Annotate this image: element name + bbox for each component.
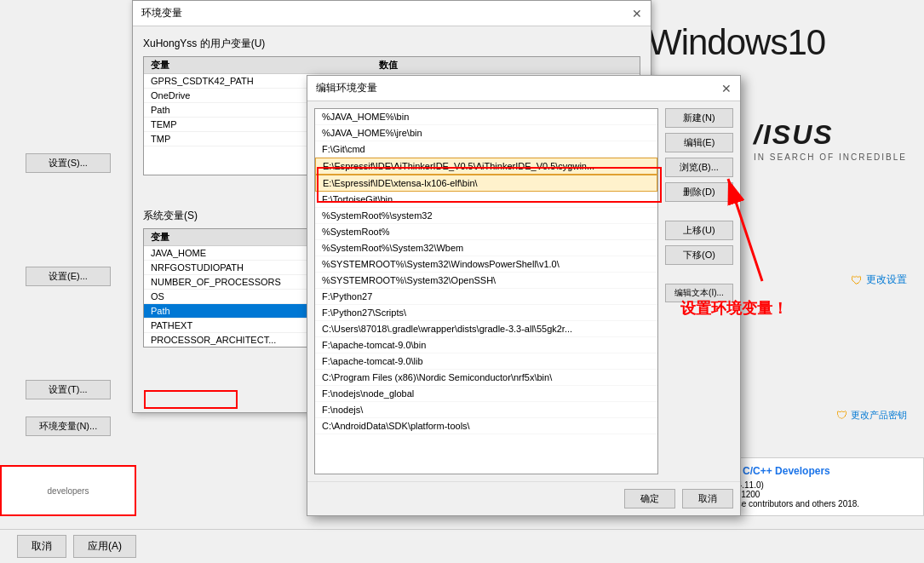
edit-env-dialog: 编辑环境变量 ✕ %JAVA_HOME%\bin%JAVA_HOME%\jre\… xyxy=(307,75,741,516)
path-list-item[interactable]: E:\Espressif\IDE\AiThinkerIDE_V0.5\AiThi… xyxy=(315,158,657,175)
developers-label: developers xyxy=(48,486,89,496)
env-dialog-titlebar: 环境变量 ✕ xyxy=(133,1,651,26)
edit-env-content: %JAVA_HOME%\bin%JAVA_HOME%\jre\binF:\Git… xyxy=(307,101,740,481)
path-list-container[interactable]: %JAVA_HOME%\bin%JAVA_HOME%\jre\binF:\Git… xyxy=(314,108,658,474)
path-list-item[interactable]: %SYSTEMROOT%\System32\OpenSSH\ xyxy=(315,273,657,289)
path-list-item[interactable]: %SystemRoot%\System32\Wbem xyxy=(315,240,657,256)
edit-env-footer: 确定 取消 xyxy=(307,481,740,515)
path-list-item[interactable]: F:\TortoiseGit\bin xyxy=(315,192,657,208)
windows10-text: Windows10 xyxy=(648,22,825,63)
settings-t-btn[interactable]: 设置(T)... xyxy=(26,380,111,399)
path-list-item[interactable]: C:\Users\87018\.gradle\wrapper\dists\gra… xyxy=(315,321,657,337)
edit-env-ok-btn[interactable]: 确定 xyxy=(624,489,675,508)
cancel-btn[interactable]: 取消 xyxy=(17,535,66,558)
env-dialog-title: 环境变量 xyxy=(141,6,182,20)
path-list-item[interactable]: F:\Python27 xyxy=(315,289,657,305)
col-var-header: 变量 xyxy=(144,57,372,74)
path-list-item[interactable]: F:\nodejs\node_global xyxy=(315,386,657,402)
path-edit-btn[interactable]: 编辑(E) xyxy=(665,133,733,152)
path-up-btn[interactable]: 上移(U) xyxy=(665,221,733,240)
bottom-red-box: developers xyxy=(0,465,136,516)
product-key-label: 更改产品密钥 xyxy=(851,409,907,422)
path-list-item[interactable]: F:\Git\cmd xyxy=(315,141,657,158)
path-list-item[interactable]: F:\nodejs\ xyxy=(315,402,657,418)
path-down-btn[interactable]: 下移(O) xyxy=(665,245,733,265)
product-key-btn[interactable]: 🛡 更改产品密钥 xyxy=(836,409,907,422)
settings-e-btn[interactable]: 设置(E)... xyxy=(26,267,111,286)
col-val-header: 数值 xyxy=(372,57,640,74)
path-delete-btn[interactable]: 删除(D) xyxy=(665,182,733,202)
change-settings-btn[interactable]: 🛡 更改设置 xyxy=(851,273,907,287)
path-list: %JAVA_HOME%\bin%JAVA_HOME%\jre\binF:\Git… xyxy=(315,109,657,434)
path-list-item[interactable]: F:\Python27\Scripts\ xyxy=(315,305,657,321)
user-vars-label: XuHongYss 的用户变量(U) xyxy=(143,37,640,51)
path-list-item[interactable]: C:\Program Files (x86)\Nordic Semiconduc… xyxy=(315,370,657,386)
edit-env-sidebar: 新建(N) 编辑(E) 浏览(B)... 删除(D) 上移(U) 下移(O) 编… xyxy=(665,108,733,474)
path-list-item[interactable]: %SYSTEMROOT%\System32\WindowsPowerShell\… xyxy=(315,256,657,273)
left-panel-buttons: 设置(S)... 设置(E)... 设置(T)... 环境变量(N)... xyxy=(26,153,111,436)
shield2-icon: 🛡 xyxy=(836,409,847,422)
path-list-item[interactable]: %JAVA_HOME%\bin xyxy=(315,109,657,125)
edit-env-close[interactable]: ✕ xyxy=(721,82,732,95)
path-new-btn[interactable]: 新建(N) xyxy=(665,108,733,128)
annotation-text: 设置环境变量！ xyxy=(680,298,788,319)
change-settings-label: 更改设置 xyxy=(866,273,907,287)
edit-env-title: 编辑环境变量 xyxy=(316,81,377,95)
path-browse-btn[interactable]: 浏览(B)... xyxy=(665,158,733,177)
path-list-item[interactable]: %SystemRoot% xyxy=(315,224,657,240)
asus-tagline: IN SEARCH OF INCREDIBLE xyxy=(754,152,907,162)
settings-s-btn[interactable]: 设置(S)... xyxy=(26,153,111,173)
apply-btn[interactable]: 应用(A) xyxy=(73,535,136,558)
shield-icon: 🛡 xyxy=(851,273,863,287)
path-list-item[interactable]: F:\apache-tomcat-9.0\bin xyxy=(315,337,657,353)
env-dialog-close[interactable]: ✕ xyxy=(632,7,642,20)
bottom-bar: 取消 应用(A) xyxy=(0,529,924,563)
path-list-item[interactable]: E:\Espressif\IDE\xtensa-lx106-elf\bin\ xyxy=(315,175,657,192)
asus-brand-container: /ISUS IN SEARCH OF INCREDIBLE xyxy=(754,119,907,162)
asus-logo: /ISUS xyxy=(754,119,907,151)
path-list-item[interactable]: %SystemRoot%\system32 xyxy=(315,208,657,224)
path-list-item[interactable]: F:\apache-tomcat-9.0\lib xyxy=(315,353,657,370)
path-list-item[interactable]: %JAVA_HOME%\jre\bin xyxy=(315,125,657,141)
edit-env-cancel-btn[interactable]: 取消 xyxy=(682,489,733,508)
path-list-item[interactable]: C:\AndroidData\SDK\platform-tools\ xyxy=(315,418,657,434)
env-vars-btn[interactable]: 环境变量(N)... xyxy=(26,417,111,436)
edit-env-titlebar: 编辑环境变量 ✕ xyxy=(307,76,740,101)
